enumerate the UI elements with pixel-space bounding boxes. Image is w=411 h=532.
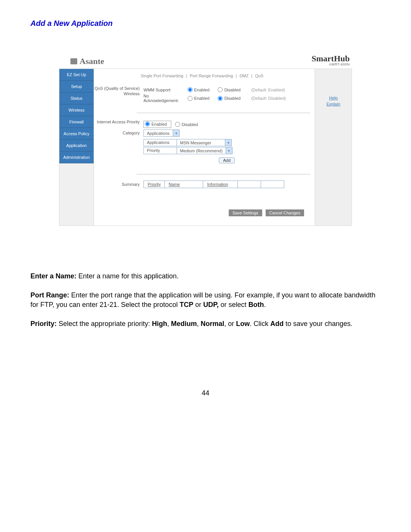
noack-disabled-radio[interactable]: Disabled [218,96,241,101]
sidebar-item-setup[interactable]: Setup [59,81,94,93]
help-link[interactable]: Help [318,96,349,100]
brand: Asante [70,56,104,66]
add-button[interactable]: Add [219,157,235,163]
tab-bar: Single Port Forwarding | Port Range Forw… [94,69,310,83]
chevron-down-icon: ▾ [226,147,232,154]
document-section-title: Add a New Application [30,19,381,28]
wmm-enabled-radio[interactable]: Enabled [188,87,209,92]
tab-single-port-forwarding[interactable]: Single Port Forwarding [139,73,185,78]
product-model: AWRT-600N [312,63,350,66]
sidebar-item-access-policy[interactable]: Access Policy [59,128,94,140]
applications-row-label: Applications [143,139,177,146]
cancel-changes-button[interactable]: Cancel Changes [266,209,304,216]
document-body: Enter a Name: Enter a name for this appl… [30,272,381,328]
qos-section-label: QoS (Quality of Service) Wireless [94,86,143,104]
summary-label: Summary [94,182,143,187]
summary-col-priority[interactable]: Priority [143,181,165,188]
brand-logo-icon [70,58,77,64]
priority-label: Priority: [30,320,57,328]
wmm-default-hint: (Default: Enabled) [251,88,285,92]
summary-col-empty2 [261,181,284,188]
iap-disabled-radio[interactable]: Disabled [175,122,198,127]
sidebar-item-administration[interactable]: Administration [59,152,94,163]
sidebar-item-status[interactable]: Status [59,93,94,104]
summary-col-name[interactable]: Name [164,181,203,188]
port-range-label: Port Range: [30,291,69,299]
sidebar-item-ez-setup[interactable]: EZ Set Up [59,69,94,81]
enter-a-name-text: Enter a name for this application. [76,272,178,280]
applications-select[interactable]: MSN Messenger ▾ [177,139,232,146]
priority-select[interactable]: Medium (Recommend) ▾ [177,147,233,154]
enter-a-name-label: Enter a Name: [30,272,76,280]
tab-qos[interactable]: QoS [253,73,265,78]
noack-enabled-radio[interactable]: Enabled [188,96,209,101]
page-number: 44 [30,389,381,397]
product-name: SmartHub [312,54,350,63]
summary-col-information[interactable]: Information [203,181,238,188]
sidebar: EZ Set Up Setup Status Wireless Firewall… [59,69,94,225]
summary-col-empty1 [237,181,261,188]
tab-port-range-forwarding[interactable]: Port Range Forwarding [188,73,235,78]
category-select[interactable]: Applications ▾ [143,129,180,137]
explain-link[interactable]: Explain [318,102,349,106]
priority-row-label: Priority [143,147,177,154]
chevron-down-icon: ▾ [225,139,231,146]
noack-default-hint: (Default: Disabled) [251,96,286,101]
chevron-down-icon: ▾ [173,130,179,136]
noack-label: No Acknowledgement: [143,94,182,103]
tab-dmz[interactable]: DMZ [238,73,250,78]
product-branding: SmartHub AWRT-600N [312,54,350,66]
router-ui: Asante SmartHub AWRT-600N EZ Set Up Setu… [59,54,352,226]
sidebar-item-wireless[interactable]: Wireless [59,104,94,116]
help-panel: Help Explain [315,69,352,225]
wmm-disabled-radio[interactable]: Disabled [218,87,241,92]
brand-text: Asante [80,56,104,66]
summary-table: Priority Name Information [143,181,310,188]
sidebar-item-firewall[interactable]: Firewall [59,116,94,128]
wmm-support-label: WMM Support: [143,88,182,92]
sidebar-item-application[interactable]: Application [59,140,94,152]
save-settings-button[interactable]: Save Settings [229,209,262,216]
iap-enabled-radio[interactable]: Enabled [145,121,167,126]
iap-section-label: Internet Access Priority Category [94,119,143,166]
